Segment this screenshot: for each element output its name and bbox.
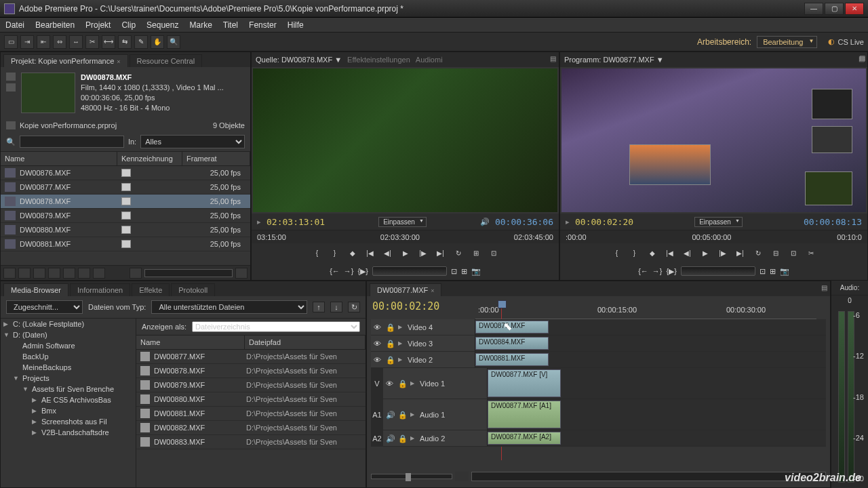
- set-marker-button[interactable]: ◆: [346, 247, 359, 259]
- loop-button[interactable]: ↻: [751, 247, 765, 259]
- close-button[interactable]: ✕: [845, 3, 864, 15]
- track-select-tool-icon[interactable]: ⇥: [20, 35, 34, 49]
- tab-effect-controls[interactable]: Effekteinstellungen: [347, 56, 410, 64]
- lock-icon[interactable]: 🔒: [398, 434, 408, 443]
- menu-sequenz[interactable]: Sequenz: [146, 20, 178, 30]
- camera-button[interactable]: 📷: [780, 267, 789, 276]
- slide-tool-icon[interactable]: ⇆: [118, 35, 132, 49]
- tree-node[interactable]: Admin Software: [1, 340, 136, 351]
- menu-marke[interactable]: Marke: [189, 20, 212, 30]
- up-arrow-icon[interactable]: ↑: [313, 302, 325, 312]
- program-time-ruler[interactable]: :00:0000:05:00:0000:10:0: [560, 230, 867, 243]
- menu-fenster[interactable]: Fenster: [249, 20, 277, 30]
- view-dropdown[interactable]: Zugeschnitt...: [6, 300, 83, 314]
- lock-icon[interactable]: 🔒: [386, 323, 395, 331]
- folder-tree[interactable]: ▶C: (Lokale Festplatte)▼D: (Daten)Admin …: [1, 319, 136, 487]
- mark-in-button[interactable]: {: [311, 247, 324, 259]
- menu-clip[interactable]: Clip: [121, 20, 136, 30]
- icon-view-icon[interactable]: [18, 268, 31, 279]
- maximize-button[interactable]: ▢: [825, 3, 844, 15]
- toggle-button[interactable]: ⊞: [461, 267, 467, 276]
- menu-datei[interactable]: Datei: [5, 20, 24, 30]
- razor-tool-icon[interactable]: ✂: [85, 35, 99, 49]
- slip-tool-icon[interactable]: ⟷: [102, 35, 115, 49]
- timeline-timecode[interactable]: 00:00:02:20: [372, 300, 439, 312]
- source-time-ruler[interactable]: 03:15:0002:03:30:0002:03:45:00: [252, 230, 559, 243]
- timeline-clip[interactable]: DW00877.MXF [A1]: [488, 401, 561, 428]
- loop-button[interactable]: ↻: [452, 247, 465, 259]
- source-fit-dropdown[interactable]: Einpassen: [378, 217, 427, 227]
- scroll-right-icon[interactable]: [235, 268, 248, 279]
- insert-button[interactable]: ⊞: [469, 247, 483, 259]
- new-item-icon[interactable]: [78, 268, 90, 279]
- project-item[interactable]: DW00880.MXF25,00 fps: [1, 223, 250, 237]
- camera-button[interactable]: 📷: [471, 267, 481, 276]
- eye-icon[interactable]: 👁: [374, 340, 383, 348]
- in-dropdown[interactable]: Alles: [140, 135, 245, 148]
- play-in-out-button[interactable]: {▶}: [667, 267, 677, 276]
- zoom-slider[interactable]: [371, 474, 452, 479]
- cslive-button[interactable]: CS Live: [828, 37, 864, 46]
- scroll-left-icon[interactable]: [130, 268, 142, 279]
- source-in-timecode[interactable]: 02:03:13:01: [267, 217, 325, 227]
- tree-node[interactable]: MeineBackups: [1, 362, 136, 373]
- new-bin-icon[interactable]: [63, 268, 75, 279]
- workspace-dropdown[interactable]: Bearbeitung: [757, 36, 817, 48]
- tree-node[interactable]: ▼D: (Daten): [1, 329, 136, 340]
- track-body[interactable]: DW00877.MXF [A2]: [488, 430, 826, 446]
- next-edit-button[interactable]: →}: [652, 267, 663, 275]
- lock-icon[interactable]: 🔒: [398, 411, 408, 419]
- file-row[interactable]: DW00877.MXFD:\Projects\Assets für Sven: [136, 350, 366, 364]
- track-body[interactable]: DW00877.MXF [A1]: [488, 399, 826, 430]
- in-marker-icon[interactable]: ▸: [257, 218, 261, 226]
- extract-button[interactable]: ⊡: [787, 247, 800, 259]
- twirl-icon[interactable]: ▶: [410, 435, 417, 441]
- minimize-button[interactable]: —: [804, 3, 823, 15]
- trim-button[interactable]: ✂: [804, 247, 818, 259]
- lift-button[interactable]: ⊟: [769, 247, 783, 259]
- mark-out-button[interactable]: }: [328, 247, 342, 259]
- search-input[interactable]: [20, 136, 124, 148]
- menu-hilfe[interactable]: Hilfe: [288, 20, 304, 30]
- export-frame-button[interactable]: ⊡: [760, 267, 766, 276]
- automate-icon[interactable]: [33, 268, 45, 279]
- tree-node[interactable]: ▶V2B-Landschaftsdre: [1, 427, 136, 438]
- menu-titel[interactable]: Titel: [223, 20, 238, 30]
- in-marker-icon[interactable]: ▸: [566, 218, 570, 226]
- next-edit-button[interactable]: →}: [344, 267, 354, 275]
- track-header[interactable]: 🔊🔒▶Audio 2: [383, 430, 488, 446]
- step-back-button[interactable]: ◀|: [381, 247, 395, 259]
- timeline-ruler[interactable]: :00:00 00:00:15:00 00:00:30:00: [475, 300, 816, 319]
- speaker-icon[interactable]: 🔊: [386, 434, 395, 443]
- speaker-icon[interactable]: 🔊: [386, 411, 395, 419]
- prev-edit-button[interactable]: {←: [330, 267, 340, 275]
- prev-edit-button[interactable]: {←: [638, 267, 648, 275]
- tree-node[interactable]: ▶Screenshots aus Fil: [1, 416, 136, 427]
- track-body[interactable]: DW00877.MXF [V]: [488, 368, 826, 399]
- track-body[interactable]: DW00878.MXF: [475, 319, 826, 335]
- project-item[interactable]: DW00879.MXF25,00 fps: [1, 209, 250, 223]
- overwrite-button[interactable]: ⊡: [487, 247, 500, 259]
- timeline-clip[interactable]: DW00881.MXF: [475, 353, 549, 366]
- search-icon[interactable]: 🔍: [6, 138, 16, 146]
- tab-audio-mixer[interactable]: Audiomi: [416, 56, 443, 64]
- timeline-clip[interactable]: DW00878.MXF: [475, 321, 549, 333]
- export-frame-button[interactable]: ⊡: [451, 267, 457, 276]
- eye-icon[interactable]: 👁: [374, 323, 383, 331]
- eye-icon[interactable]: 👁: [386, 380, 395, 388]
- tab-resource-central[interactable]: Resource Central: [130, 54, 203, 67]
- track-header[interactable]: 👁🔒▶Video 1: [383, 368, 488, 399]
- track-header[interactable]: 🔊🔒▶Audio 1: [383, 399, 488, 430]
- project-item[interactable]: DW00878.MXF25,00 fps: [1, 195, 250, 209]
- lock-icon[interactable]: 🔒: [386, 340, 395, 348]
- tree-node[interactable]: ▶Bmx: [1, 405, 136, 416]
- play-button[interactable]: ▶: [399, 247, 412, 259]
- menu-bearbeiten[interactable]: Bearbeiten: [35, 20, 75, 30]
- zoom-tool-icon[interactable]: 🔍: [167, 35, 180, 49]
- tree-node[interactable]: ▼Assets für Sven Brenche: [1, 384, 136, 394]
- tab-sequence[interactable]: DW00877.MXF×: [370, 283, 441, 296]
- selection-tool-icon[interactable]: ▭: [4, 35, 18, 49]
- mark-in-button[interactable]: {: [610, 247, 624, 259]
- tree-node[interactable]: ▶AE CS5 ArchivosBas: [1, 394, 136, 405]
- play-icon[interactable]: [6, 83, 16, 92]
